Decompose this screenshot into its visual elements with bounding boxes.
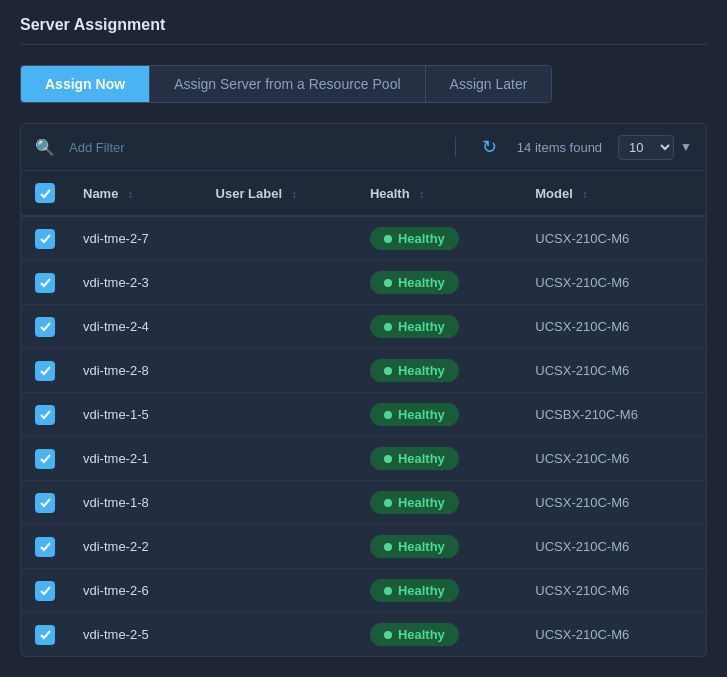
row-health-7: Healthy [356, 525, 521, 569]
table-row: vdi-tme-2-5 Healthy UCSX-210C-M6 [21, 613, 706, 657]
row-user-label-8 [202, 569, 356, 613]
row-checkbox-cell [21, 569, 69, 613]
per-page-chevron: ▼ [680, 140, 692, 154]
health-dot-4 [384, 411, 392, 419]
row-model-9: UCSX-210C-M6 [521, 613, 706, 657]
row-user-label-7 [202, 525, 356, 569]
health-badge-0: Healthy [370, 227, 459, 250]
row-name-9: vdi-tme-2-5 [69, 613, 202, 657]
table-row: vdi-tme-2-8 Healthy UCSX-210C-M6 [21, 349, 706, 393]
items-count: 14 items found [517, 140, 602, 155]
name-sort-icon[interactable]: ↕ [128, 189, 133, 200]
row-model-1: UCSX-210C-M6 [521, 261, 706, 305]
row-checkbox-1[interactable] [35, 273, 55, 293]
row-name-2: vdi-tme-2-4 [69, 305, 202, 349]
row-checkbox-5[interactable] [35, 449, 55, 469]
row-model-3: UCSX-210C-M6 [521, 349, 706, 393]
health-sort-icon[interactable]: ↕ [419, 189, 424, 200]
page-title: Server Assignment [20, 16, 707, 45]
row-checkbox-8[interactable] [35, 581, 55, 601]
row-name-0: vdi-tme-2-7 [69, 216, 202, 261]
health-dot-9 [384, 631, 392, 639]
health-badge-5: Healthy [370, 447, 459, 470]
row-checkbox-7[interactable] [35, 537, 55, 557]
header-user-label: User Label ↕ [202, 171, 356, 216]
row-checkbox-cell [21, 393, 69, 437]
health-dot-2 [384, 323, 392, 331]
health-label-0: Healthy [398, 231, 445, 246]
row-checkbox-cell [21, 261, 69, 305]
refresh-button[interactable]: ↻ [476, 134, 503, 160]
row-checkbox-0[interactable] [35, 229, 55, 249]
row-checkbox-2[interactable] [35, 317, 55, 337]
header-checkbox-cell [21, 171, 69, 216]
row-health-8: Healthy [356, 569, 521, 613]
row-user-label-0 [202, 216, 356, 261]
row-model-7: UCSX-210C-M6 [521, 525, 706, 569]
table-row: vdi-tme-2-2 Healthy UCSX-210C-M6 [21, 525, 706, 569]
table-row: vdi-tme-2-4 Healthy UCSX-210C-M6 [21, 305, 706, 349]
table-header-row: Name ↕ User Label ↕ Health ↕ Model ↕ [21, 171, 706, 216]
health-dot-5 [384, 455, 392, 463]
row-user-label-3 [202, 349, 356, 393]
row-model-6: UCSX-210C-M6 [521, 481, 706, 525]
header-name: Name ↕ [69, 171, 202, 216]
health-dot-8 [384, 587, 392, 595]
page-container: Server Assignment Assign Now Assign Serv… [0, 0, 727, 673]
row-checkbox-9[interactable] [35, 625, 55, 645]
row-model-8: UCSX-210C-M6 [521, 569, 706, 613]
row-name-8: vdi-tme-2-6 [69, 569, 202, 613]
tab-assign-later[interactable]: Assign Later [426, 66, 552, 102]
health-label-4: Healthy [398, 407, 445, 422]
row-user-label-4 [202, 393, 356, 437]
health-label-7: Healthy [398, 539, 445, 554]
health-badge-6: Healthy [370, 491, 459, 514]
health-dot-1 [384, 279, 392, 287]
row-health-1: Healthy [356, 261, 521, 305]
health-badge-7: Healthy [370, 535, 459, 558]
health-badge-8: Healthy [370, 579, 459, 602]
row-checkbox-3[interactable] [35, 361, 55, 381]
row-checkbox-cell [21, 437, 69, 481]
health-badge-3: Healthy [370, 359, 459, 382]
health-label-2: Healthy [398, 319, 445, 334]
row-model-4: UCSBX-210C-M6 [521, 393, 706, 437]
health-label-5: Healthy [398, 451, 445, 466]
row-checkbox-6[interactable] [35, 493, 55, 513]
row-name-4: vdi-tme-1-5 [69, 393, 202, 437]
user-label-sort-icon[interactable]: ↕ [292, 189, 297, 200]
header-model: Model ↕ [521, 171, 706, 216]
tab-assign-now[interactable]: Assign Now [21, 66, 150, 102]
table-row: vdi-tme-2-1 Healthy UCSX-210C-M6 [21, 437, 706, 481]
model-sort-icon[interactable]: ↕ [582, 189, 587, 200]
row-user-label-1 [202, 261, 356, 305]
row-checkbox-4[interactable] [35, 405, 55, 425]
table-row: vdi-tme-2-7 Healthy UCSX-210C-M6 [21, 216, 706, 261]
per-page-select[interactable]: 10 25 50 100 [618, 135, 674, 160]
tab-assign-server[interactable]: Assign Server from a Resource Pool [150, 66, 425, 102]
row-name-5: vdi-tme-2-1 [69, 437, 202, 481]
table-row: vdi-tme-2-6 Healthy UCSX-210C-M6 [21, 569, 706, 613]
row-health-3: Healthy [356, 349, 521, 393]
row-health-2: Healthy [356, 305, 521, 349]
health-label-3: Healthy [398, 363, 445, 378]
health-badge-2: Healthy [370, 315, 459, 338]
health-badge-1: Healthy [370, 271, 459, 294]
table-container: 🔍 ↻ 14 items found 10 25 50 100 ▼ [20, 123, 707, 657]
search-icon: 🔍 [35, 138, 55, 157]
row-checkbox-cell [21, 525, 69, 569]
filter-divider [455, 137, 456, 157]
health-label-9: Healthy [398, 627, 445, 642]
header-checkbox[interactable] [35, 183, 55, 203]
health-dot-6 [384, 499, 392, 507]
row-checkbox-cell [21, 481, 69, 525]
row-model-0: UCSX-210C-M6 [521, 216, 706, 261]
table-row: vdi-tme-1-8 Healthy UCSX-210C-M6 [21, 481, 706, 525]
row-user-label-5 [202, 437, 356, 481]
health-badge-4: Healthy [370, 403, 459, 426]
row-name-1: vdi-tme-2-3 [69, 261, 202, 305]
filter-input[interactable] [69, 140, 435, 155]
row-user-label-6 [202, 481, 356, 525]
row-checkbox-cell [21, 349, 69, 393]
row-checkbox-cell [21, 305, 69, 349]
